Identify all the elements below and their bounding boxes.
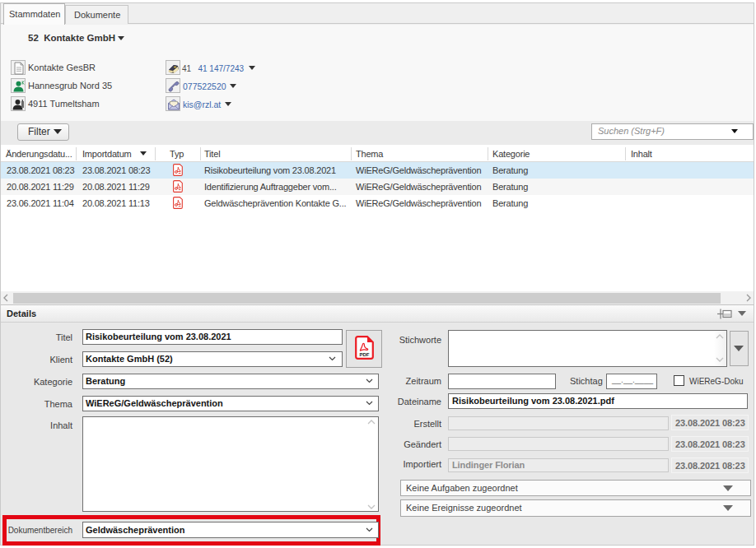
svg-text:PDF: PDF <box>360 352 370 357</box>
